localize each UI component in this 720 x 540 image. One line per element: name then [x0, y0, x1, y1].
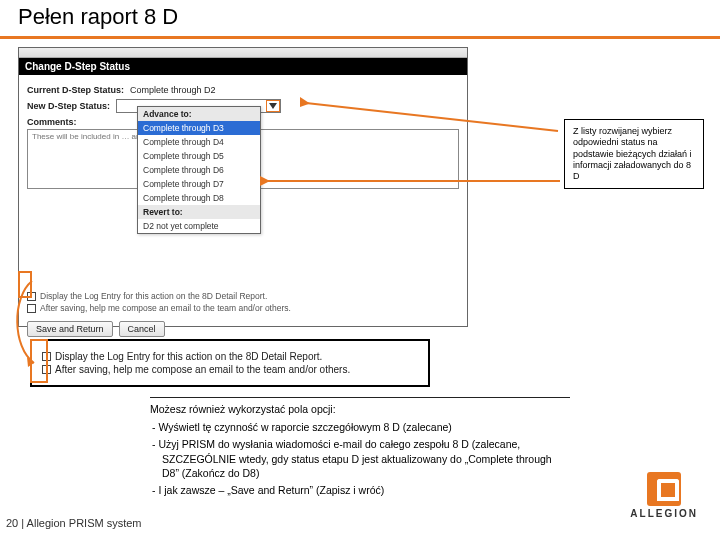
- allegion-logo-text: ALLEGION: [630, 508, 698, 519]
- checkbox-callout-box: Display the Log Entry for this action on…: [30, 339, 430, 387]
- dropdown-item[interactable]: Complete through D5: [138, 149, 260, 163]
- highlight-checkboxes-small: [18, 271, 32, 298]
- notes-item: Użyj PRISM do wysłania wiadomości e-mail…: [162, 437, 570, 480]
- app-header: Change D-Step Status: [19, 58, 467, 75]
- app-body: Current D-Step Status: Complete through …: [19, 75, 467, 343]
- callout-dropdown-instructions: Z listy rozwijanej wybierz odpowiedni st…: [564, 119, 704, 189]
- page-title: Pełen raport 8 D: [18, 4, 720, 30]
- app-toolbar: [19, 48, 467, 58]
- dropdown-caret-highlight: [266, 100, 280, 112]
- notes-item: Wyświetl tę czynność w raporcie szczegół…: [162, 420, 570, 434]
- app-screenshot: Change D-Step Status Current D-Step Stat…: [18, 47, 468, 327]
- new-status-label: New D-Step Status:: [27, 101, 110, 111]
- blackbox-line1: Display the Log Entry for this action on…: [55, 351, 322, 362]
- dropdown-revert-header: Revert to:: [138, 205, 260, 219]
- highlight-checkboxes-big: [30, 339, 48, 383]
- dropdown-item[interactable]: Complete through D8: [138, 191, 260, 205]
- notes-intro: Możesz również wykorzystać pola opcji:: [150, 402, 570, 416]
- current-status-value: Complete through D2: [130, 85, 216, 95]
- current-status-label: Current D-Step Status:: [27, 85, 124, 95]
- svg-marker-0: [269, 103, 277, 109]
- dropdown-item[interactable]: Complete through D7: [138, 177, 260, 191]
- content-area: Change D-Step Status Current D-Step Stat…: [0, 39, 720, 539]
- comments-label: Comments:: [27, 117, 77, 127]
- save-return-button[interactable]: Save and Return: [27, 321, 113, 337]
- footer-page-info: 20 | Allegion PRISM system: [6, 517, 142, 529]
- check1-label: Display the Log Entry for this action on…: [40, 291, 267, 301]
- dropdown-item[interactable]: Complete through D3: [138, 121, 260, 135]
- status-dropdown-popup: Advance to: Complete through D3 Complete…: [137, 106, 261, 234]
- dropdown-item[interactable]: D2 not yet complete: [138, 219, 260, 233]
- allegion-logo: ALLEGION: [630, 472, 698, 519]
- notes-item: I jak zawsze – „Save and Return” (Zapisz…: [162, 483, 570, 497]
- check2-label: After saving, help me compose an email t…: [40, 303, 291, 313]
- dropdown-item[interactable]: Complete through D6: [138, 163, 260, 177]
- cancel-button[interactable]: Cancel: [119, 321, 165, 337]
- allegion-logo-mark: [647, 472, 681, 506]
- chevron-down-icon: [269, 103, 277, 109]
- title-bar: Pełen raport 8 D: [0, 0, 720, 39]
- checkbox[interactable]: [27, 304, 36, 313]
- notes-block: Możesz również wykorzystać pola opcji: W…: [150, 397, 570, 500]
- blackbox-line2: After saving, help me compose an email t…: [55, 364, 350, 375]
- dropdown-advance-header: Advance to:: [138, 107, 260, 121]
- dropdown-item[interactable]: Complete through D4: [138, 135, 260, 149]
